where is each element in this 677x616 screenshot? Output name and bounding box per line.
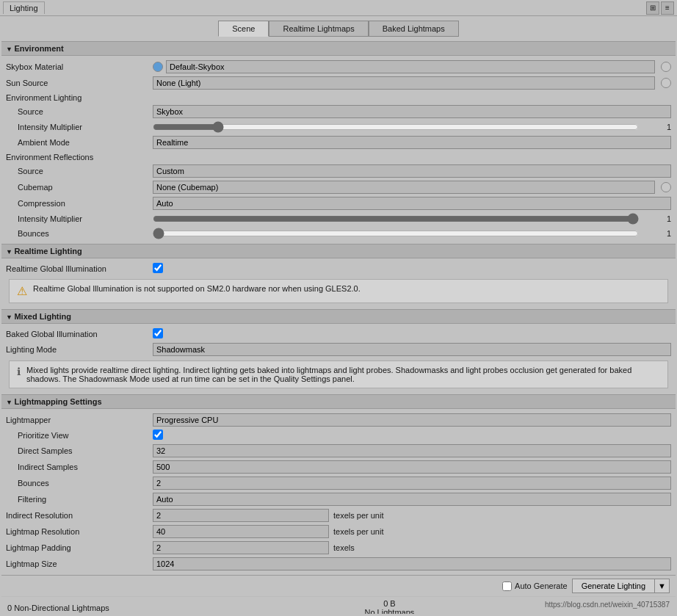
compression-value: Auto Uncompressed Compressed (153, 197, 671, 210)
mixed-info-text: Mixed lights provide realtime direct lig… (26, 366, 660, 383)
indirect-samples-input[interactable] (153, 460, 671, 474)
lightmapper-dropdown[interactable]: Progressive CPU Progressive GPU Enlighte… (153, 413, 671, 427)
lighting-mode-row: Lighting Mode Shadowmask Subtractive Bak… (3, 341, 674, 358)
skybox-circle-btn[interactable] (153, 62, 163, 72)
lightmap-size-stat: 0 B (364, 599, 414, 608)
prioritize-view-label: Prioritize View (6, 431, 153, 440)
auto-generate-text: Auto Generate (515, 581, 568, 590)
indirect-resolution-input[interactable] (153, 509, 329, 522)
bounces-dropdown[interactable]: 1 2 3 4 (153, 477, 671, 490)
tab-scene[interactable]: Scene (218, 21, 269, 37)
env-source-dropdown[interactable]: Skybox Gradient Color (153, 105, 671, 118)
refl-bounces-slider[interactable] (153, 228, 639, 239)
sun-source-label: Sun Source (6, 79, 153, 87)
mixed-lighting-section-body: Baked Global Illumination Lighting Mode … (1, 324, 676, 394)
realtime-gi-label: Realtime Global Illumination (6, 264, 153, 273)
realtime-gi-checkbox-wrap (153, 263, 671, 275)
lightmap-resolution-input[interactable] (153, 525, 329, 538)
warning-icon: ⚠ (17, 284, 27, 298)
refl-source-value: Skybox Custom (153, 164, 671, 178)
skybox-material-value (153, 60, 671, 73)
env-intensity-row: Intensity Multiplier 1 (3, 120, 674, 134)
warning-text: Realtime Global Illumination is not supp… (33, 284, 361, 293)
main-content: Environment Skybox Material Sun Source E… (0, 41, 677, 614)
bounces-value: 1 2 3 4 (153, 477, 671, 490)
skybox-material-label: Skybox Material (6, 62, 153, 71)
environment-section-header[interactable]: Environment (1, 41, 676, 56)
cubemap-input[interactable] (153, 181, 655, 194)
filtering-dropdown[interactable]: Auto None Advanced (153, 493, 671, 506)
indirect-samples-value (153, 460, 671, 474)
lightmapping-section-body: Lightmapper Progressive CPU Progressive … (1, 409, 676, 575)
tab-baked-lightmaps[interactable]: Baked Lightmaps (369, 21, 459, 37)
cubemap-select-btn[interactable] (661, 182, 671, 192)
direct-samples-row: Direct Samples (3, 443, 674, 459)
refl-bounces-row: Bounces 1 (3, 226, 674, 241)
auto-generate-checkbox[interactable] (502, 581, 512, 591)
lightmap-size-dropdown[interactable]: 256 512 1024 2048 4096 (153, 557, 671, 570)
refl-bounces-slider-row: 1 (153, 228, 671, 239)
title-bar: Lighting ⊞ ≡ (0, 0, 677, 16)
menu-icon[interactable]: ≡ (661, 1, 674, 15)
lightmapper-value: Progressive CPU Progressive GPU Enlighte… (153, 413, 671, 427)
indirect-samples-row: Indirect Samples (3, 459, 674, 475)
env-source-label: Source (6, 107, 153, 116)
info-icon: ℹ (17, 366, 21, 377)
skybox-material-input[interactable] (166, 60, 655, 73)
compression-row: Compression Auto Uncompressed Compressed (3, 195, 674, 211)
refl-intensity-slider-row: 1 (153, 214, 671, 224)
bounces-row: Bounces 1 2 3 4 (3, 475, 674, 491)
skybox-select-btn[interactable] (661, 62, 671, 72)
lightmap-size-value: 256 512 1024 2048 4096 (153, 557, 671, 570)
realtime-gi-checkbox[interactable] (153, 263, 163, 273)
env-intensity-slider[interactable] (153, 122, 639, 132)
non-directional-lightmaps: 0 Non-Directional Lightmaps (7, 604, 109, 612)
refl-source-dropdown[interactable]: Skybox Custom (153, 164, 671, 178)
env-intensity-slider-row: 1 (153, 122, 671, 132)
sun-source-row: Sun Source (3, 75, 674, 91)
filtering-label: Filtering (6, 495, 153, 504)
indirect-samples-label: Indirect Samples (6, 463, 153, 471)
lightmap-size-label: Lightmap Size (6, 559, 153, 568)
env-lighting-subheader: Environment Lighting (3, 91, 674, 104)
lighting-mode-dropdown[interactable]: Shadowmask Subtractive Baked Indirect (153, 343, 671, 356)
env-intensity-label: Intensity Multiplier (6, 123, 153, 131)
prioritize-view-checkbox-wrap (153, 430, 671, 441)
realtime-lighting-section-header[interactable]: Realtime Lighting (1, 244, 676, 258)
lightmapping-section-header[interactable]: Lightmapping Settings (1, 394, 676, 409)
generate-arrow-button[interactable]: ▼ (655, 579, 670, 593)
ambient-mode-dropdown[interactable]: Realtime Baked (153, 136, 671, 149)
direct-samples-value (153, 444, 671, 457)
environment-section-body: Skybox Material Sun Source Environment L… (1, 56, 676, 244)
refl-bounces-value: 1 (642, 229, 671, 238)
cubemap-label: Cubemap (6, 183, 153, 192)
ambient-mode-row: Ambient Mode Realtime Baked (3, 134, 674, 151)
baked-gi-checkbox[interactable] (153, 328, 163, 338)
lightmap-stats: 0 B No Lightmaps (364, 599, 414, 614)
filtering-row: Filtering Auto None Advanced (3, 491, 674, 507)
main-tabs: Scene Realtime Lightmaps Baked Lightmaps (0, 16, 677, 41)
realtime-warning-box: ⚠ Realtime Global Illumination is not su… (9, 279, 668, 303)
lightmap-resolution-row: Lightmap Resolution texels per unit (3, 523, 674, 540)
watermark: https://blog.csdn.net/weixin_40715387 (545, 601, 670, 609)
mixed-lighting-section-header[interactable]: Mixed Lighting (1, 309, 676, 324)
compression-dropdown[interactable]: Auto Uncompressed Compressed (153, 197, 671, 210)
layout-icon[interactable]: ⊞ (646, 1, 659, 15)
bounces-label: Bounces (6, 479, 153, 488)
lightmap-padding-row: Lightmap Padding texels (3, 540, 674, 556)
filtering-value: Auto None Advanced (153, 493, 671, 506)
window-tab[interactable]: Lighting (3, 1, 45, 14)
tab-realtime-lightmaps[interactable]: Realtime Lightmaps (269, 21, 368, 37)
refl-intensity-slider[interactable] (153, 214, 639, 224)
cubemap-row: Cubemap (3, 179, 674, 195)
sun-select-btn[interactable] (661, 78, 671, 88)
skybox-material-row: Skybox Material (3, 59, 674, 75)
refl-intensity-value: 1 (642, 214, 671, 223)
lightmap-padding-input[interactable] (153, 541, 329, 554)
prioritize-view-checkbox[interactable] (153, 430, 163, 440)
env-reflections-subheader: Environment Reflections (3, 151, 674, 163)
direct-samples-label: Direct Samples (6, 446, 153, 455)
direct-samples-input[interactable] (153, 444, 671, 457)
generate-lighting-button[interactable]: Generate Lighting (572, 579, 655, 593)
sun-source-input[interactable] (153, 76, 655, 90)
